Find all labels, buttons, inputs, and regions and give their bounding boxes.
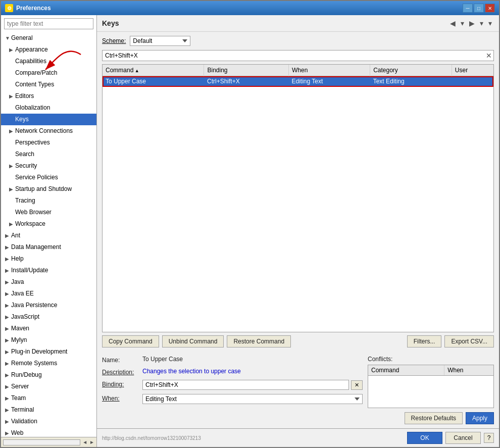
- conflicts-table-container: Command When: [368, 365, 494, 408]
- tree-item[interactable]: ▶Plug-in Development: [1, 346, 96, 358]
- col-binding[interactable]: Binding: [204, 65, 288, 76]
- binding-search-input[interactable]: [102, 50, 494, 61]
- tree-item[interactable]: ▶Install/Update: [1, 265, 96, 276]
- back-button[interactable]: ◀: [448, 18, 458, 28]
- binding-clear-button[interactable]: ✕: [485, 51, 493, 61]
- tree-item[interactable]: Compare/Patch: [1, 67, 96, 79]
- tree-item[interactable]: Service Policies: [1, 172, 96, 183]
- tree-item[interactable]: ▶Ant: [1, 230, 96, 241]
- name-value: To Upper Case: [142, 356, 183, 363]
- tree-item[interactable]: ▶JavaScript: [1, 311, 96, 323]
- tree-item[interactable]: Tracing: [1, 195, 96, 207]
- tree-item[interactable]: Content Types: [1, 79, 96, 90]
- minimize-button[interactable]: ─: [463, 4, 473, 13]
- col-command[interactable]: Command: [103, 65, 204, 76]
- tree-item[interactable]: ▶Web: [1, 427, 96, 437]
- tree-item[interactable]: ▶Appearance: [1, 44, 96, 56]
- maximize-button[interactable]: □: [474, 4, 484, 13]
- filters-button[interactable]: Filters...: [407, 335, 442, 347]
- scheme-select[interactable]: Default Emacs: [130, 36, 190, 46]
- tree-item[interactable]: Globalization: [1, 102, 96, 114]
- restore-defaults-button[interactable]: Restore Defaults: [405, 412, 463, 424]
- when-input-wrap: Editing Text In Windows In Dialogs and W…: [142, 394, 363, 404]
- tree-item-label: Terminal: [11, 406, 34, 413]
- binding-detail-clear-button[interactable]: ✕: [351, 380, 363, 390]
- export-csv-button[interactable]: Export CSV...: [444, 335, 494, 347]
- close-button[interactable]: ✕: [485, 4, 495, 13]
- action-buttons: Copy Command Unbind Command Restore Comm…: [102, 335, 494, 347]
- tree-item[interactable]: ▶Java EE: [1, 288, 96, 300]
- tree-item-label: Run/Debug: [11, 371, 42, 378]
- tree-item-label: Appearance: [15, 46, 48, 53]
- tree-arrow: ▶: [5, 359, 11, 368]
- tree-item[interactable]: ▶Terminal: [1, 404, 96, 416]
- tree-item[interactable]: ▶Run/Debug: [1, 369, 96, 381]
- restore-command-button[interactable]: Restore Command: [227, 335, 291, 347]
- detail-binding-row: Binding: ✕: [102, 380, 363, 390]
- tree-arrow: ▶: [5, 278, 11, 287]
- tree-item[interactable]: Web Browser: [1, 207, 96, 218]
- tree-item-label: Search: [15, 151, 34, 158]
- tree-arrow: ▶: [9, 45, 15, 55]
- tree-item[interactable]: ▼General: [1, 32, 96, 44]
- panel-header: Keys ◀ ▾ ▶ ▾ ▾: [97, 15, 499, 32]
- cancel-button[interactable]: Cancel: [445, 432, 481, 444]
- tree-item[interactable]: ▶Data Management: [1, 241, 96, 253]
- detail-when-row: When: Editing Text In Windows In Dialogs…: [102, 394, 363, 404]
- tree-item-label: Tracing: [15, 197, 35, 204]
- conflicts-col-command[interactable]: Command: [368, 365, 444, 376]
- tree-item-label: Java: [11, 278, 24, 285]
- apply-button[interactable]: Apply: [466, 412, 494, 424]
- copy-command-button[interactable]: Copy Command: [102, 335, 159, 347]
- tree-item[interactable]: Perspectives: [1, 137, 96, 148]
- help-button[interactable]: ?: [484, 433, 494, 443]
- tree-item[interactable]: ▶Mylyn: [1, 334, 96, 346]
- tree-item[interactable]: ▶Java Persistence: [1, 300, 96, 311]
- binding-label: Binding:: [102, 380, 142, 388]
- tree-arrow: ▶: [5, 336, 11, 345]
- cell-command: To Upper Case: [103, 76, 204, 87]
- tree-item[interactable]: ▶Team: [1, 392, 96, 404]
- tree-item[interactable]: ▶Remote Systems: [1, 358, 96, 369]
- tree-arrow: ▶: [9, 220, 15, 229]
- tree-item[interactable]: ▶Workspace: [1, 218, 96, 230]
- tree-item-label: Content Types: [15, 81, 54, 88]
- tree-item[interactable]: ▶Help: [1, 253, 96, 265]
- nav-dropdown-button[interactable]: ▾: [459, 18, 466, 28]
- tree-arrow: ▶: [5, 417, 11, 426]
- when-select[interactable]: Editing Text In Windows In Dialogs and W…: [142, 394, 363, 404]
- tree-item[interactable]: Capabilities: [1, 56, 96, 67]
- table-row[interactable]: To Upper CaseCtrl+Shift+XEditing TextTex…: [103, 76, 493, 87]
- description-label: Description:: [102, 368, 142, 376]
- nav-dropdown2-button[interactable]: ▾: [478, 18, 485, 28]
- tree-item[interactable]: ▶Server: [1, 381, 96, 392]
- keys-table-container: Command Binding When Category User To Up…: [102, 64, 494, 332]
- nav-menu-button[interactable]: ▾: [486, 18, 494, 28]
- scheme-row: Scheme: Default Emacs: [102, 36, 494, 46]
- tree-item[interactable]: ▶Java: [1, 276, 96, 288]
- filter-input[interactable]: [4, 18, 93, 29]
- tree-item[interactable]: Search: [1, 148, 96, 160]
- binding-detail-input[interactable]: [142, 380, 349, 390]
- unbind-command-button[interactable]: Unbind Command: [162, 335, 224, 347]
- tree-item[interactable]: ▶Validation: [1, 416, 96, 427]
- tree-item[interactable]: ▶Security: [1, 160, 96, 172]
- horizontal-scrollbar[interactable]: [3, 439, 80, 445]
- tree-item-label: Plug-in Development: [11, 348, 67, 355]
- tree-item-label: Ant: [11, 232, 20, 239]
- ok-button[interactable]: OK: [407, 432, 442, 444]
- forward-button[interactable]: ▶: [467, 18, 477, 28]
- tree-item[interactable]: ▶Startup and Shutdow: [1, 183, 96, 195]
- tree-item-label: Editors: [15, 92, 34, 99]
- detail-name-row: Name: To Upper Case: [102, 356, 363, 364]
- window-title: Preferences: [16, 5, 51, 12]
- tree-item[interactable]: Keys: [1, 114, 96, 125]
- col-user[interactable]: User: [452, 65, 493, 76]
- col-when[interactable]: When: [288, 65, 370, 76]
- col-category[interactable]: Category: [370, 65, 452, 76]
- conflicts-col-when[interactable]: When: [444, 365, 493, 376]
- tree-item[interactable]: ▶Network Connections: [1, 125, 96, 137]
- tree-item[interactable]: ▶Editors: [1, 90, 96, 102]
- tree-item[interactable]: ▶Maven: [1, 323, 96, 334]
- table-header-row: Command Binding When Category User: [103, 65, 493, 76]
